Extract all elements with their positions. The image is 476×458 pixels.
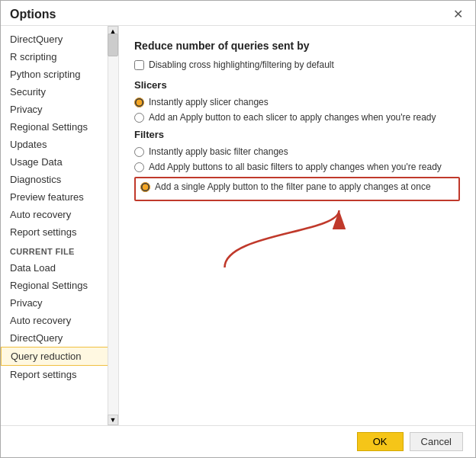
sidebar-item-diagnostics[interactable]: Diagnostics xyxy=(1,171,118,188)
sidebar-item-query-reduction[interactable]: Query reduction xyxy=(1,347,118,366)
scrollbar-thumb[interactable] xyxy=(108,34,118,56)
sidebar-item-report-settings[interactable]: Report settings xyxy=(1,223,118,241)
sidebar-item-python-scripting[interactable]: Python scripting xyxy=(1,66,118,83)
slicers-title: Slicers xyxy=(134,79,460,91)
sidebar-item-updates[interactable]: Updates xyxy=(1,136,118,153)
sidebar-global-list: DirectQueryR scriptingPython scriptingSe… xyxy=(1,30,118,241)
main-content: Reduce number of queries sent by Disabli… xyxy=(119,26,475,425)
sidebar-item-direct-query[interactable]: DirectQuery xyxy=(1,30,118,48)
dialog-title: Options xyxy=(10,8,56,21)
filter-option-add-single-apply: Add a single Apply button to the filter … xyxy=(140,181,454,192)
footer: OK Cancel xyxy=(1,425,475,457)
cancel-button[interactable]: Cancel xyxy=(410,432,463,451)
sidebar-item-security[interactable]: Security xyxy=(1,83,118,101)
filter-option-instantly-filter: Instantly apply basic filter changes xyxy=(134,146,460,157)
sidebar-item-cf-privacy[interactable]: Privacy xyxy=(1,294,118,312)
filter-radio-add-apply-all-filters[interactable] xyxy=(134,162,144,172)
ok-button[interactable]: OK xyxy=(357,432,404,451)
sidebar-item-preview-features[interactable]: Preview features xyxy=(1,188,118,206)
sidebar-item-cf-direct-query[interactable]: DirectQuery xyxy=(1,329,118,347)
filter-label-add-apply-all-filters: Add Apply buttons to all basic filters t… xyxy=(149,162,442,172)
main-heading: Reduce number of queries sent by xyxy=(134,40,460,52)
cross-highlighting-row: Disabling cross highlighting/filtering b… xyxy=(134,59,460,70)
sidebar-current-file-list: Data LoadRegional SettingsPrivacyAuto re… xyxy=(1,259,118,383)
options-dialog: Options ✕ DirectQueryR scriptingPython s… xyxy=(0,0,476,458)
annotation-arrow xyxy=(134,203,460,271)
sidebar-item-usage-data[interactable]: Usage Data xyxy=(1,153,118,171)
sidebar-item-data-load[interactable]: Data Load xyxy=(1,259,118,277)
filter-radio-add-single-apply[interactable] xyxy=(140,182,150,192)
sidebar-item-cf-regional-settings[interactable]: Regional Settings xyxy=(1,277,118,294)
slicer-option-add-apply-slicer: Add an Apply button to each slicer to ap… xyxy=(134,112,460,123)
sidebar-scrollbar: ▲ ▼ xyxy=(108,26,118,425)
filter-label-instantly-filter: Instantly apply basic filter changes xyxy=(149,146,288,157)
highlighted-filter-option: Add a single Apply button to the filter … xyxy=(134,177,460,201)
sidebar-item-regional-settings[interactable]: Regional Settings xyxy=(1,118,118,136)
close-button[interactable]: ✕ xyxy=(450,7,466,22)
filter-label-add-single-apply: Add a single Apply button to the filter … xyxy=(155,181,431,192)
sidebar-item-privacy[interactable]: Privacy xyxy=(1,101,118,118)
slicer-label-add-apply-slicer: Add an Apply button to each slicer to ap… xyxy=(149,112,436,123)
sidebar-item-r-scripting[interactable]: R scripting xyxy=(1,48,118,66)
slicers-options: Instantly apply slicer changesAdd an App… xyxy=(134,97,460,123)
title-bar: Options ✕ xyxy=(1,1,475,26)
filter-radio-instantly-filter[interactable] xyxy=(134,147,144,157)
slicer-label-instantly-slicer: Instantly apply slicer changes xyxy=(149,97,269,107)
sidebar-item-auto-recovery[interactable]: Auto recovery xyxy=(1,206,118,223)
filter-option-add-apply-all-filters: Add Apply buttons to all basic filters t… xyxy=(134,162,460,172)
arrow-svg xyxy=(134,203,460,271)
cross-highlighting-label: Disabling cross highlighting/filtering b… xyxy=(149,59,334,70)
slicer-radio-instantly-slicer[interactable] xyxy=(134,98,144,107)
sidebar-item-report-settings-cf[interactable]: Report settings xyxy=(1,366,118,383)
sidebar-item-cf-auto-recovery[interactable]: Auto recovery xyxy=(1,312,118,329)
filters-title: Filters xyxy=(134,129,460,140)
sidebar: DirectQueryR scriptingPython scriptingSe… xyxy=(1,26,119,425)
slicer-radio-add-apply-slicer[interactable] xyxy=(134,113,144,123)
cross-highlighting-checkbox[interactable] xyxy=(134,60,144,70)
filters-options: Instantly apply basic filter changesAdd … xyxy=(134,146,460,201)
scroll-down-button[interactable]: ▼ xyxy=(108,415,118,425)
slicer-option-instantly-slicer: Instantly apply slicer changes xyxy=(134,97,460,107)
content-area: DirectQueryR scriptingPython scriptingSe… xyxy=(1,26,475,425)
current-file-section-label: CURRENT FILE xyxy=(1,241,118,259)
